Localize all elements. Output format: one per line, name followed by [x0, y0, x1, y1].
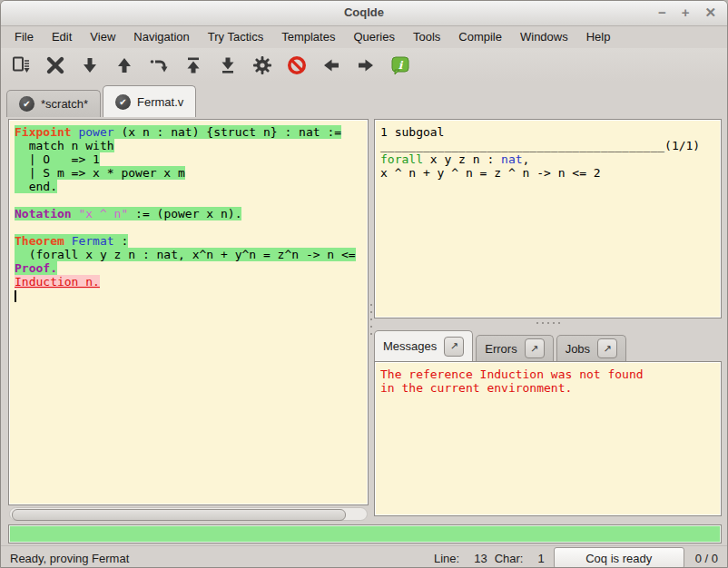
message-line: The reference Induction was not found [380, 367, 721, 381]
code-line [15, 220, 368, 234]
message-tab-bar: Messages↗Errors↗Jobs↗ [374, 331, 626, 361]
window-title: CoqIde [1, 5, 727, 19]
tab-scratch[interactable]: ✔*scratch* [6, 90, 101, 117]
message-panel: The reference Induction was not foundin … [374, 361, 722, 516]
tab-label: Fermat.v [137, 95, 183, 109]
go-to-cursor-button[interactable] [146, 53, 171, 77]
app-window: CoqIde − + ✕ FileEditViewNavigationTry T… [0, 0, 728, 568]
step-backward-icon [113, 54, 135, 76]
menu-item-queries[interactable]: Queries [344, 26, 404, 47]
progress-bar [8, 524, 722, 544]
tab-label: *scratch* [41, 97, 88, 111]
title-bar[interactable]: CoqIde − + ✕ [1, 1, 727, 26]
detach-panel-button[interactable]: ↗ [597, 338, 617, 358]
char-label: Char: [495, 552, 524, 565]
menu-bar: FileEditViewNavigationTry TacticsTemplat… [1, 25, 727, 48]
toolbar: i [1, 48, 727, 82]
status-bar: Ready, proving Fermat Line: 13 Char: 1 C… [1, 545, 727, 568]
menu-item-edit[interactable]: Edit [43, 26, 81, 47]
tab-fermat-v[interactable]: ✔Fermat.v [103, 85, 196, 117]
goal-content: 1 subgoal_______________________________… [375, 120, 721, 180]
detach-panel-button[interactable]: ↗ [525, 338, 545, 358]
close-button[interactable]: ✕ [704, 4, 716, 22]
window-controls: − + ✕ [658, 4, 716, 22]
menu-item-view[interactable]: View [81, 26, 124, 47]
code-line: Induction n. [15, 275, 368, 289]
code-line: Fixpoint power (x n : nat) {struct n} : … [15, 125, 368, 139]
code-line [15, 289, 368, 302]
go-to-end-icon [217, 54, 239, 76]
menu-item-try-tactics[interactable]: Try Tactics [199, 26, 272, 47]
message-tab-errors[interactable]: Errors↗ [476, 335, 553, 361]
about-button[interactable]: i [388, 53, 412, 77]
code-line: forall x y z n : nat, [380, 152, 721, 166]
step-forward-button[interactable] [77, 53, 102, 77]
back-button[interactable] [319, 53, 343, 77]
code-line: ________________________________________… [380, 139, 721, 152]
maximize-button[interactable]: + [682, 4, 690, 22]
detach-arrow-icon: ↗ [530, 343, 538, 355]
save-button[interactable] [8, 53, 33, 77]
code-line: | S m => x * power x m [15, 166, 368, 180]
message-tab-label: Messages [383, 339, 437, 353]
interrupt-button[interactable] [284, 53, 309, 77]
detach-arrow-icon: ↗ [604, 343, 612, 355]
go-to-start-button[interactable] [181, 53, 205, 77]
go-to-cursor-icon [148, 54, 170, 76]
message-tab-label: Errors [485, 342, 516, 356]
menu-item-compile[interactable]: Compile [449, 26, 511, 47]
menu-item-tools[interactable]: Tools [404, 26, 449, 47]
fully-check-icon [251, 54, 273, 76]
code-line: | O => 1 [15, 152, 368, 166]
minimize-button[interactable]: − [658, 4, 666, 22]
menu-item-windows[interactable]: Windows [511, 26, 577, 47]
menu-item-help[interactable]: Help [577, 26, 620, 47]
code-line: match n with [15, 139, 368, 152]
code-line: x ^ n + y ^ n = z ^ n -> n <= 2 [380, 166, 721, 180]
code-line: Notation "x ^ n" := (power x n). [15, 207, 368, 220]
code-line: (forall x y z n : nat, x^n + y^n = z^n -… [15, 248, 368, 261]
text-cursor [15, 290, 16, 302]
tab-check-icon: ✔ [19, 96, 34, 112]
char-value: 1 [537, 552, 544, 565]
detach-arrow-icon: ↗ [450, 340, 458, 352]
line-label: Line: [434, 552, 459, 565]
coq-status-button[interactable]: Coq is ready [554, 547, 684, 568]
message-tab-jobs[interactable]: Jobs↗ [556, 335, 626, 361]
prover-counter: 0 / 0 [695, 552, 718, 565]
code-editor[interactable]: Fixpoint power (x n : nat) {struct n} : … [8, 119, 369, 505]
close-button[interactable] [43, 53, 67, 77]
close-icon [44, 54, 66, 76]
horizontal-scrollbar[interactable] [9, 507, 368, 521]
code-line: end. [15, 180, 368, 193]
scrollbar-thumb[interactable] [12, 509, 346, 521]
code-line: 1 subgoal [380, 125, 721, 139]
goal-panel: 1 subgoal_______________________________… [374, 119, 722, 318]
fully-check-button[interactable] [250, 53, 274, 77]
back-icon [320, 54, 342, 76]
tab-check-icon: ✔ [115, 94, 131, 110]
go-to-start-icon [182, 54, 204, 76]
about-icon: i [389, 54, 411, 76]
message-tab-messages[interactable]: Messages↗ [374, 330, 473, 361]
menu-item-templates[interactable]: Templates [272, 26, 344, 47]
status-message: Ready, proving Fermat [10, 552, 129, 565]
code-content: Fixpoint power (x n : nat) {struct n} : … [9, 120, 368, 302]
tab-bar: ✔*scratch*✔Fermat.v [1, 82, 727, 117]
horizontal-splitter-handle[interactable] [374, 318, 722, 327]
code-line: Theorem Fermat : [15, 234, 368, 248]
code-line: Proof. [15, 261, 368, 275]
message-tab-label: Jobs [566, 342, 590, 356]
step-forward-icon [79, 54, 101, 76]
menu-item-file[interactable]: File [5, 26, 43, 47]
menu-item-navigation[interactable]: Navigation [124, 26, 198, 47]
message-line: in the current environment. [380, 381, 721, 395]
step-backward-button[interactable] [112, 53, 136, 77]
go-to-end-button[interactable] [215, 53, 240, 77]
save-icon [10, 54, 32, 76]
detach-panel-button[interactable]: ↗ [444, 337, 464, 357]
interrupt-icon [286, 54, 308, 76]
code-line [15, 193, 368, 207]
line-value: 13 [474, 552, 487, 565]
forward-button[interactable] [353, 53, 378, 77]
